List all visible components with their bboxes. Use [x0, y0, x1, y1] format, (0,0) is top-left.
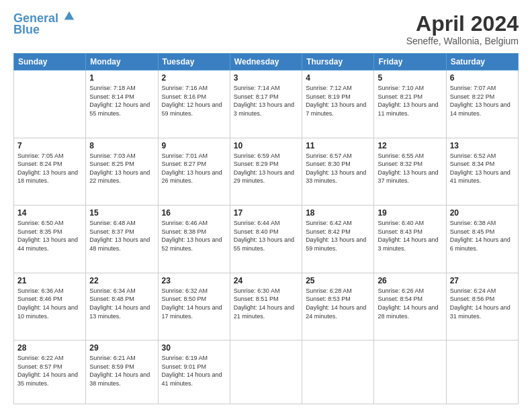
calendar-cell: 4 Sunrise: 7:12 AMSunset: 8:19 PMDayligh…	[302, 71, 374, 138]
day-number: 4	[306, 73, 370, 83]
day-info: Sunrise: 6:46 AMSunset: 8:38 PMDaylight:…	[162, 219, 226, 253]
day-number: 19	[378, 208, 442, 218]
header-wednesday: Wednesday	[230, 54, 302, 71]
calendar-cell: 10 Sunrise: 6:59 AMSunset: 8:29 PMDaylig…	[230, 138, 302, 205]
day-info: Sunrise: 6:42 AMSunset: 8:42 PMDaylight:…	[306, 219, 370, 253]
header-sunday: Sunday	[14, 54, 86, 71]
calendar-cell: 26 Sunrise: 6:26 AMSunset: 8:54 PMDaylig…	[374, 273, 446, 340]
calendar-week-row: 21 Sunrise: 6:36 AMSunset: 8:46 PMDaylig…	[14, 273, 519, 340]
header-thursday: Thursday	[302, 54, 374, 71]
calendar-cell: 21 Sunrise: 6:36 AMSunset: 8:46 PMDaylig…	[14, 273, 86, 340]
calendar-cell: 8 Sunrise: 7:03 AMSunset: 8:25 PMDayligh…	[86, 138, 158, 205]
day-info: Sunrise: 6:24 AMSunset: 8:56 PMDaylight:…	[450, 287, 515, 320]
calendar-cell	[302, 340, 374, 404]
header-saturday: Saturday	[446, 54, 518, 71]
calendar-week-row: 28 Sunrise: 6:22 AMSunset: 8:57 PMDaylig…	[14, 340, 519, 404]
calendar-cell: 12 Sunrise: 6:55 AMSunset: 8:32 PMDaylig…	[374, 138, 446, 205]
calendar-cell	[374, 340, 446, 404]
day-info: Sunrise: 7:07 AMSunset: 8:22 PMDaylight:…	[450, 84, 515, 118]
calendar-cell: 24 Sunrise: 6:30 AMSunset: 8:51 PMDaylig…	[230, 273, 302, 340]
month-title: April 2024	[406, 12, 519, 36]
day-number: 21	[17, 276, 82, 285]
day-info: Sunrise: 6:21 AMSunset: 8:59 PMDaylight:…	[89, 354, 154, 387]
day-info: Sunrise: 6:40 AMSunset: 8:43 PMDaylight:…	[378, 219, 442, 253]
day-info: Sunrise: 6:36 AMSunset: 8:46 PMDaylight:…	[17, 287, 82, 320]
calendar-cell	[446, 340, 518, 404]
day-number: 30	[162, 343, 226, 353]
calendar-week-row: 1 Sunrise: 7:18 AMSunset: 8:14 PMDayligh…	[14, 71, 519, 138]
day-number: 22	[89, 276, 154, 285]
day-number: 16	[162, 208, 226, 218]
day-info: Sunrise: 6:34 AMSunset: 8:48 PMDaylight:…	[89, 287, 154, 320]
page: General Blue April 2024 Seneffe, Walloni…	[0, 0, 532, 411]
calendar-cell: 3 Sunrise: 7:14 AMSunset: 8:17 PMDayligh…	[230, 71, 302, 138]
day-number: 15	[89, 208, 154, 218]
day-number: 29	[89, 343, 154, 353]
logo: General Blue	[13, 12, 75, 37]
logo-icon	[63, 10, 75, 22]
day-info: Sunrise: 7:14 AMSunset: 8:17 PMDaylight:…	[234, 84, 298, 118]
day-number: 20	[450, 208, 515, 218]
calendar-cell: 14 Sunrise: 6:50 AMSunset: 8:35 PMDaylig…	[14, 205, 86, 273]
calendar-cell: 17 Sunrise: 6:44 AMSunset: 8:40 PMDaylig…	[230, 205, 302, 273]
day-number: 28	[17, 343, 82, 353]
day-info: Sunrise: 6:59 AMSunset: 8:29 PMDaylight:…	[234, 152, 298, 185]
day-info: Sunrise: 7:03 AMSunset: 8:25 PMDaylight:…	[89, 152, 154, 185]
day-info: Sunrise: 6:44 AMSunset: 8:40 PMDaylight:…	[234, 219, 298, 253]
weekday-header-row: Sunday Monday Tuesday Wednesday Thursday…	[14, 54, 519, 71]
day-number: 23	[162, 276, 226, 285]
day-info: Sunrise: 6:52 AMSunset: 8:34 PMDaylight:…	[450, 152, 515, 185]
day-info: Sunrise: 6:30 AMSunset: 8:51 PMDaylight:…	[234, 287, 298, 320]
day-number: 10	[234, 141, 298, 150]
calendar-week-row: 14 Sunrise: 6:50 AMSunset: 8:35 PMDaylig…	[14, 205, 519, 273]
day-info: Sunrise: 6:19 AMSunset: 9:01 PMDaylight:…	[162, 354, 226, 387]
calendar-cell: 30 Sunrise: 6:19 AMSunset: 9:01 PMDaylig…	[158, 340, 230, 404]
day-info: Sunrise: 7:12 AMSunset: 8:19 PMDaylight:…	[306, 84, 370, 118]
calendar-cell: 2 Sunrise: 7:16 AMSunset: 8:16 PMDayligh…	[158, 71, 230, 138]
header-friday: Friday	[374, 54, 446, 71]
day-number: 3	[234, 73, 298, 83]
day-number: 6	[450, 73, 515, 83]
day-info: Sunrise: 6:28 AMSunset: 8:53 PMDaylight:…	[306, 287, 370, 320]
day-info: Sunrise: 6:48 AMSunset: 8:37 PMDaylight:…	[89, 219, 154, 253]
day-number: 5	[378, 73, 442, 83]
calendar-cell: 29 Sunrise: 6:21 AMSunset: 8:59 PMDaylig…	[86, 340, 158, 404]
calendar-cell: 19 Sunrise: 6:40 AMSunset: 8:43 PMDaylig…	[374, 205, 446, 273]
calendar-cell: 13 Sunrise: 6:52 AMSunset: 8:34 PMDaylig…	[446, 138, 518, 205]
calendar-cell: 5 Sunrise: 7:10 AMSunset: 8:21 PMDayligh…	[374, 71, 446, 138]
day-number: 24	[234, 276, 298, 285]
calendar-cell: 20 Sunrise: 6:38 AMSunset: 8:45 PMDaylig…	[446, 205, 518, 273]
calendar-cell: 7 Sunrise: 7:05 AMSunset: 8:24 PMDayligh…	[14, 138, 86, 205]
calendar-cell: 25 Sunrise: 6:28 AMSunset: 8:53 PMDaylig…	[302, 273, 374, 340]
day-info: Sunrise: 7:01 AMSunset: 8:27 PMDaylight:…	[162, 152, 226, 185]
calendar-cell: 27 Sunrise: 6:24 AMSunset: 8:56 PMDaylig…	[446, 273, 518, 340]
calendar-cell: 18 Sunrise: 6:42 AMSunset: 8:42 PMDaylig…	[302, 205, 374, 273]
calendar-cell: 9 Sunrise: 7:01 AMSunset: 8:27 PMDayligh…	[158, 138, 230, 205]
day-info: Sunrise: 6:50 AMSunset: 8:35 PMDaylight:…	[17, 219, 82, 253]
day-number: 1	[89, 73, 154, 83]
day-number: 9	[162, 141, 226, 150]
day-number: 27	[450, 276, 515, 285]
day-info: Sunrise: 6:57 AMSunset: 8:30 PMDaylight:…	[306, 152, 370, 185]
day-info: Sunrise: 6:55 AMSunset: 8:32 PMDaylight:…	[378, 152, 442, 185]
calendar-week-row: 7 Sunrise: 7:05 AMSunset: 8:24 PMDayligh…	[14, 138, 519, 205]
day-info: Sunrise: 6:22 AMSunset: 8:57 PMDaylight:…	[17, 354, 82, 387]
day-info: Sunrise: 6:38 AMSunset: 8:45 PMDaylight:…	[450, 219, 515, 253]
day-number: 26	[378, 276, 442, 285]
day-info: Sunrise: 7:10 AMSunset: 8:21 PMDaylight:…	[378, 84, 442, 118]
calendar-cell: 15 Sunrise: 6:48 AMSunset: 8:37 PMDaylig…	[86, 205, 158, 273]
day-number: 11	[306, 141, 370, 150]
day-number: 12	[378, 141, 442, 150]
day-info: Sunrise: 6:32 AMSunset: 8:50 PMDaylight:…	[162, 287, 226, 320]
day-number: 2	[162, 73, 226, 83]
day-number: 7	[17, 141, 82, 150]
header: General Blue April 2024 Seneffe, Walloni…	[13, 12, 519, 46]
subtitle: Seneffe, Wallonia, Belgium	[406, 36, 519, 46]
title-block: April 2024 Seneffe, Wallonia, Belgium	[406, 12, 519, 46]
calendar-cell: 23 Sunrise: 6:32 AMSunset: 8:50 PMDaylig…	[158, 273, 230, 340]
svg-marker-0	[64, 11, 74, 20]
day-info: Sunrise: 7:18 AMSunset: 8:14 PMDaylight:…	[89, 84, 154, 118]
calendar-cell: 11 Sunrise: 6:57 AMSunset: 8:30 PMDaylig…	[302, 138, 374, 205]
calendar-cell: 1 Sunrise: 7:18 AMSunset: 8:14 PMDayligh…	[86, 71, 158, 138]
day-number: 17	[234, 208, 298, 218]
